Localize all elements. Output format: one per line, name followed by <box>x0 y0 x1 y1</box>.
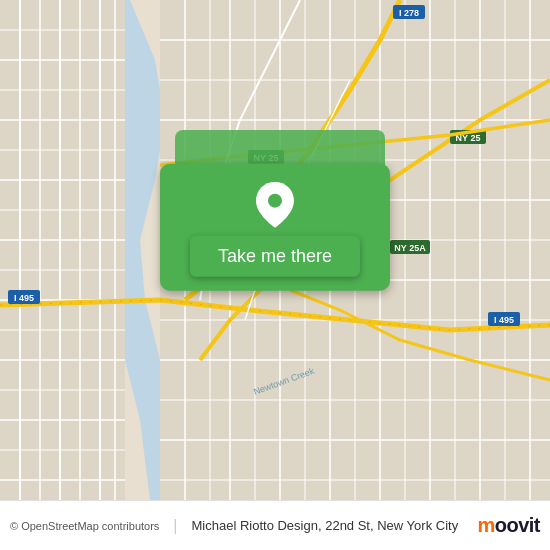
svg-text:I 495: I 495 <box>14 293 34 303</box>
moovit-logo: moovit <box>477 514 540 537</box>
location-label: Michael Riotto Design, 22nd St, New York… <box>192 518 459 533</box>
map-container: I 495 I 495 I 278 NY 25 NY 25A NY 25 <box>0 0 550 500</box>
location-card: Take me there <box>160 164 390 291</box>
svg-point-66 <box>268 194 282 208</box>
location-pin-icon <box>256 182 294 228</box>
svg-text:NY 25A: NY 25A <box>394 243 426 253</box>
svg-text:I 278: I 278 <box>399 8 419 18</box>
take-me-there-button[interactable]: Take me there <box>190 236 360 277</box>
divider: | <box>173 517 177 535</box>
svg-text:I 495: I 495 <box>494 315 514 325</box>
svg-rect-1 <box>0 0 125 500</box>
bottom-bar: © OpenStreetMap contributors | Michael R… <box>0 500 550 550</box>
moovit-m: m <box>477 514 494 536</box>
copyright-text: © OpenStreetMap contributors <box>10 520 159 532</box>
